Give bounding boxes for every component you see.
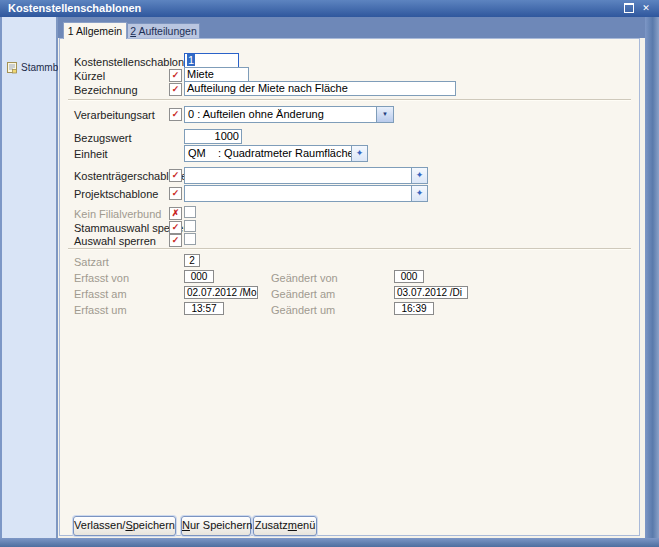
projektschablone-combo[interactable]: ✦ bbox=[184, 185, 428, 202]
lookup-icon[interactable]: ✦ bbox=[411, 186, 427, 201]
kostentraegerschablone-value bbox=[185, 168, 411, 183]
label-bezeichnung: Bezeichnung bbox=[74, 84, 138, 96]
label-kostenstellenschablone: Kostenstellenschablone bbox=[74, 56, 190, 68]
button-label-part: Verlassen/ bbox=[74, 519, 125, 531]
kein-filialverbund-edit-indicator[interactable]: ✗ bbox=[169, 207, 182, 220]
label-verarbeitungsart: Verarbeitungsart bbox=[74, 109, 155, 121]
bezeichnung-value: Aufteilung der Miete nach Fläche bbox=[187, 82, 348, 94]
kuerzel-edit-indicator[interactable]: ✓ bbox=[169, 69, 182, 82]
button-label-part: ur Speichern bbox=[190, 519, 252, 531]
restore-button[interactable] bbox=[622, 2, 636, 14]
geaendert-am-value: 03.07.2012 /Di bbox=[394, 286, 468, 299]
kein-filialverbund-checkbox[interactable] bbox=[184, 206, 196, 218]
label-kein-filialverbund: Kein Filialverbund bbox=[74, 208, 161, 220]
red-check-icon: ✓ bbox=[172, 188, 180, 198]
label-erfasst-von: Erfasst von bbox=[74, 272, 129, 284]
close-icon: ✕ bbox=[642, 3, 650, 13]
label-bezugswert: Bezugswert bbox=[74, 132, 131, 144]
erfasst-von-value: 000 bbox=[184, 270, 214, 283]
kostenstellenschablone-value: 1 bbox=[187, 54, 195, 66]
label-projektschablone: Projektschablone bbox=[74, 188, 158, 200]
geaendert-um-value: 16:39 bbox=[394, 302, 434, 315]
button-accel: S bbox=[125, 519, 132, 531]
chevron-down-icon[interactable]: ▼ bbox=[376, 107, 393, 122]
satzart-value: 2 bbox=[184, 254, 200, 267]
separator bbox=[68, 99, 631, 101]
erfasst-um-value: 13:57 bbox=[184, 302, 224, 315]
einheit-desc: : Quadratmeter Raumfläche bbox=[218, 147, 351, 159]
label-erfasst-um: Erfasst um bbox=[74, 304, 127, 316]
tab-aufteilungen[interactable]: 2 Aufteilungen bbox=[127, 23, 200, 38]
auswahl-sperren-edit-indicator[interactable]: ✓ bbox=[169, 234, 182, 247]
label-geaendert-von: Geändert von bbox=[271, 272, 338, 284]
red-check-icon: ✓ bbox=[172, 235, 180, 245]
tab-aufteilungen-label: Aufteilungen bbox=[136, 25, 197, 37]
lookup-icon[interactable]: ✦ bbox=[411, 168, 427, 183]
lookup-icon[interactable]: ✦ bbox=[351, 146, 367, 161]
label-auswahl-sperren: Auswahl sperren bbox=[74, 235, 156, 247]
red-check-icon: ✓ bbox=[172, 109, 180, 119]
tab-allgemein-label: 1 Allgemein bbox=[68, 25, 122, 37]
einheit-code: QM bbox=[188, 147, 206, 159]
bezugswert-value: 1000 bbox=[215, 130, 239, 142]
label-geaendert-um: Geändert um bbox=[271, 304, 335, 316]
bezeichnung-edit-indicator[interactable]: ✓ bbox=[169, 83, 182, 96]
red-check-icon: ✓ bbox=[172, 84, 180, 94]
kuerzel-value: Miete bbox=[187, 68, 214, 80]
red-cross-icon: ✗ bbox=[172, 208, 180, 218]
button-accel: m bbox=[288, 519, 297, 531]
window-border-right bbox=[645, 17, 659, 538]
app-window: Kostenstellenschablonen ✕ Stammblatt 1 A… bbox=[0, 0, 659, 547]
red-check-icon: ✓ bbox=[172, 222, 180, 232]
einheit-combo[interactable]: QM : Quadratmeter Raumfläche ✦ bbox=[184, 145, 368, 162]
window-border-bottom bbox=[0, 538, 659, 547]
verarbeitungsart-value: 0 : Aufteilen ohne Änderung bbox=[185, 107, 376, 122]
bezugswert-field[interactable]: 1000 bbox=[184, 129, 242, 144]
erfasst-am-value: 02.07.2012 /Mo bbox=[184, 286, 258, 299]
label-einheit: Einheit bbox=[74, 148, 108, 160]
kostentraegerschablone-combo[interactable]: ✦ bbox=[184, 167, 428, 184]
sidebar: Stammblatt bbox=[2, 17, 58, 538]
label-erfasst-am: Erfasst am bbox=[74, 288, 127, 300]
verarbeitungsart-dropdown[interactable]: 0 : Aufteilen ohne Änderung ▼ bbox=[184, 106, 394, 123]
projektschablone-edit-indicator[interactable]: ✓ bbox=[169, 187, 182, 200]
verlassen-speichern-button[interactable]: Verlassen/Speichern bbox=[73, 516, 176, 536]
button-label-part: peichern bbox=[133, 519, 175, 531]
button-label-part: Zusatz bbox=[255, 519, 288, 531]
projektschablone-value bbox=[185, 186, 411, 201]
title-bar: Kostenstellenschablonen ✕ bbox=[0, 0, 659, 17]
label-kuerzel: Kürzel bbox=[74, 70, 105, 82]
stammauswahl-sperren-checkbox[interactable] bbox=[184, 220, 196, 232]
kostentraegerschablone-edit-indicator[interactable]: ✓ bbox=[169, 169, 182, 182]
button-label-part: enü bbox=[297, 519, 315, 531]
auswahl-sperren-checkbox[interactable] bbox=[184, 233, 196, 245]
bezeichnung-field[interactable]: Aufteilung der Miete nach Fläche bbox=[184, 81, 456, 96]
verarbeitungsart-edit-indicator[interactable]: ✓ bbox=[169, 108, 182, 121]
zusatzmenue-button[interactable]: Zusatzmenü bbox=[253, 516, 317, 536]
geaendert-von-value: 000 bbox=[394, 270, 424, 283]
red-check-icon: ✓ bbox=[172, 70, 180, 80]
main-area: 1 Allgemein 2 Aufteilungen Kostenstellen… bbox=[58, 17, 645, 538]
red-check-icon: ✓ bbox=[172, 170, 180, 180]
einheit-value: QM : Quadratmeter Raumfläche bbox=[185, 146, 351, 161]
nur-speichern-button[interactable]: Nur Speichern bbox=[181, 516, 251, 536]
form-page-icon bbox=[6, 61, 18, 74]
content-panel: Kostenstellenschablone 1 Kürzel ✓ Miete … bbox=[59, 38, 640, 536]
close-button[interactable]: ✕ bbox=[639, 2, 653, 14]
button-accel: N bbox=[182, 519, 190, 531]
window-title: Kostenstellenschablonen bbox=[8, 2, 141, 14]
stammauswahl-sperren-edit-indicator[interactable]: ✓ bbox=[169, 221, 182, 234]
label-satzart: Satzart bbox=[74, 256, 109, 268]
separator bbox=[68, 248, 631, 250]
restore-icon bbox=[624, 3, 634, 13]
kostenstellenschablone-field[interactable]: 1 bbox=[184, 53, 239, 68]
tab-allgemein[interactable]: 1 Allgemein bbox=[63, 22, 127, 39]
label-geaendert-am: Geändert am bbox=[271, 288, 335, 300]
kuerzel-field[interactable]: Miete bbox=[184, 67, 249, 82]
